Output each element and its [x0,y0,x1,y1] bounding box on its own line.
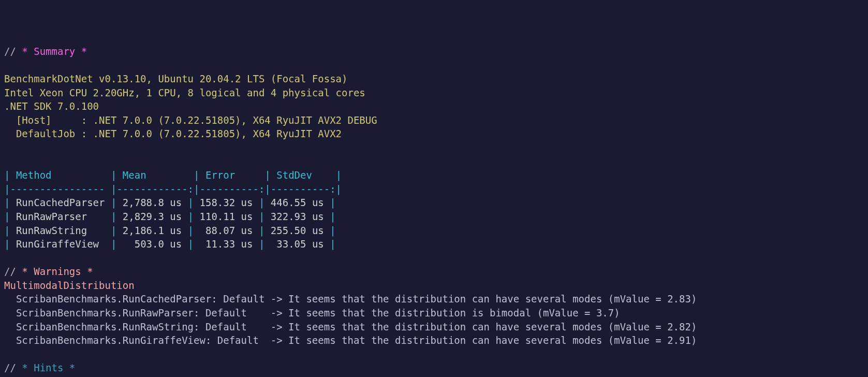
env-line-3: .NET SDK 7.0.100 [4,100,99,112]
row1-method: RunRawParser [16,211,105,222]
row2-method: RunRawString [16,225,105,236]
row2-stddev: 255.50 us [271,225,324,236]
row1-error: 110.11 us [200,211,253,222]
row2-error: 88.07 us [200,225,253,236]
row0-mean: 2,788.8 us [123,197,182,208]
warn-line-1: ScribanBenchmarks.RunRawParser: Default … [4,307,620,318]
row3-method: RunGiraffeView [16,238,105,250]
env-line-2: Intel Xeon CPU 2.20GHz, 1 CPU, 8 logical… [4,87,365,98]
row1-stddev: 322.93 us [271,211,324,222]
env-line-5: DefaultJob : .NET 7.0.0 (7.0.22.51805), … [4,128,342,139]
col-method: Method [16,169,105,181]
row2-mean: 2,186.1 us [123,225,182,236]
row1-mean: 2,829.3 us [123,211,182,222]
warn-line-0: ScribanBenchmarks.RunCachedParser: Defau… [4,293,697,304]
env-line-4: [Host] : .NET 7.0.0 (7.0.22.51805), X64 … [4,114,377,126]
row3-error: 11.33 us [200,238,253,250]
row3-mean: 503.0 us [123,238,182,250]
summary-title: * Summary * [22,46,87,57]
summary-comment-slash: // [4,46,22,57]
col-error: Error [205,169,259,181]
col-stddev: StdDev [276,169,330,181]
table-separator: |---------------- |------------:|-------… [4,183,342,195]
row0-error: 158.32 us [200,197,253,208]
warnings-title: * Warnings * [22,266,93,277]
env-line-1: BenchmarkDotNet v0.13.10, Ubuntu 20.04.2… [4,73,347,84]
warnings-subhead: MultimodalDistribution [4,280,135,291]
warn-line-2: ScribanBenchmarks.RunRawString: Default … [4,321,697,332]
hints-title: * Hints * [22,362,75,373]
warn-line-3: ScribanBenchmarks.RunGiraffeView: Defaul… [4,335,697,346]
row0-method: RunCachedParser [16,197,105,208]
col-mean: Mean [123,169,188,181]
benchmark-terminal-output: // * Summary * BenchmarkDotNet v0.13.10,… [0,27,868,377]
row0-stddev: 446.55 us [271,197,324,208]
row3-stddev: 33.05 us [271,238,324,250]
